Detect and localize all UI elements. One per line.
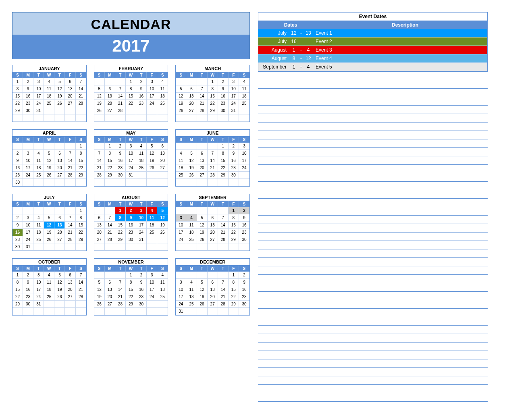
day-cell: 15 — [218, 157, 229, 164]
blank-row — [258, 232, 488, 241]
day-cell: 2 — [12, 214, 23, 222]
day-cell: 10 — [126, 150, 136, 157]
day-cell: 9 — [136, 279, 147, 286]
day-cell: 24 — [126, 164, 136, 172]
month-name: SEPTEMBER — [176, 194, 249, 201]
day-cell: 4 — [33, 214, 44, 222]
day-cell — [186, 143, 197, 150]
blank-row — [258, 317, 488, 326]
day-cell — [105, 78, 115, 85]
dow-cell: T — [218, 201, 229, 207]
blank-row — [258, 182, 488, 190]
day-cell: 25 — [176, 172, 186, 179]
day-cell: 24 — [147, 293, 157, 301]
dow-cell: F — [65, 201, 75, 207]
day-grid: 1234567891011121314151617181920212223242… — [94, 143, 168, 186]
day-cell: 24 — [176, 301, 186, 308]
day-cell: 30 — [229, 172, 239, 179]
day-cell — [208, 272, 218, 279]
day-cell: 8 — [208, 85, 218, 93]
dow-cell: M — [23, 137, 33, 143]
dow-cell: M — [105, 72, 115, 78]
dow-cell: S — [76, 266, 86, 272]
day-cell: 26 — [176, 107, 186, 114]
day-cell: 12 — [197, 286, 208, 293]
day-cell: 5 — [197, 214, 208, 222]
day-cell: 24 — [23, 172, 33, 179]
day-cell: 25 — [157, 293, 168, 301]
day-cell: 3 — [33, 78, 44, 85]
dow-cell: M — [186, 266, 197, 272]
day-cell: 16 — [136, 93, 147, 100]
months-grid: JANUARYSMTWTFS12345678910111213141516171… — [12, 65, 250, 316]
day-cell: 27 — [105, 107, 115, 114]
dow-cell: W — [208, 266, 218, 272]
day-cell: 22 — [229, 229, 239, 236]
month: NOVEMBERSMTWTFS1234567891011121314151617… — [94, 258, 168, 316]
day-cell — [176, 143, 186, 150]
day-cell — [126, 243, 136, 251]
day-cell — [176, 78, 186, 85]
blank-row — [258, 190, 488, 199]
day-cell: 21 — [197, 100, 208, 107]
calendar-left: CALENDAR 2017 JANUARYSMTWTFS123456789101… — [12, 12, 250, 410]
dow-cell: T — [197, 201, 208, 207]
month: APRILSMTWTFS1234567891011121314151617181… — [12, 129, 87, 187]
day-cell — [229, 114, 239, 122]
day-cell: 16 — [239, 286, 249, 293]
dow-cell: M — [186, 201, 197, 207]
day-cell — [105, 272, 115, 279]
day-cell: 8 — [229, 214, 239, 222]
day-cell: 7 — [208, 150, 218, 157]
day-cell: 28 — [218, 236, 229, 243]
dow-row: SMTWTFS — [176, 137, 249, 143]
day-cell: 6 — [208, 214, 218, 222]
dow-row: SMTWTFS — [94, 137, 168, 143]
day-cell: 27 — [186, 107, 197, 114]
day-cell — [23, 179, 33, 186]
day-cell — [176, 114, 186, 122]
day-cell: 30 — [218, 107, 229, 114]
day-cell: 31 — [33, 301, 44, 308]
day-grid: 1234567891011121314151617181920212223242… — [176, 207, 249, 251]
dow-cell: S — [157, 72, 168, 78]
day-cell — [157, 301, 168, 308]
day-cell: 8 — [12, 85, 23, 93]
day-cell: 19 — [157, 222, 168, 229]
day-cell — [105, 114, 115, 122]
day-cell: 12 — [176, 93, 186, 100]
day-cell: 28 — [76, 100, 86, 107]
day-cell: 13 — [105, 93, 115, 100]
day-cell: 25 — [44, 100, 54, 107]
day-cell — [157, 243, 168, 251]
event-row: September1-4Event 5 — [258, 63, 487, 71]
day-cell — [197, 78, 208, 85]
day-cell: 16 — [218, 93, 229, 100]
day-cell — [157, 172, 168, 179]
day-cell: 12 — [54, 279, 65, 286]
day-cell: 17 — [23, 229, 33, 236]
day-cell: 27 — [105, 301, 115, 308]
day-cell: 6 — [105, 85, 115, 93]
day-cell: 9 — [229, 150, 239, 157]
day-cell — [197, 179, 208, 186]
day-cell: 7 — [105, 214, 115, 222]
day-cell — [147, 243, 157, 251]
blank-row — [258, 122, 488, 131]
day-cell: 21 — [115, 293, 126, 301]
day-cell — [94, 143, 105, 150]
day-cell: 5 — [147, 143, 157, 150]
day-cell: 27 — [157, 164, 168, 172]
day-cell: 3 — [176, 279, 186, 286]
day-cell — [54, 243, 65, 251]
calendar-page: CALENDAR 2017 JANUARYSMTWTFS123456789101… — [12, 12, 520, 410]
month-name: MARCH — [176, 65, 249, 72]
day-cell: 11 — [176, 157, 186, 164]
day-cell: 26 — [197, 236, 208, 243]
day-cell: 6 — [65, 272, 75, 279]
day-cell: 18 — [157, 93, 168, 100]
event-sep: - — [299, 47, 303, 53]
dow-cell: W — [208, 72, 218, 78]
day-cell: 10 — [23, 222, 33, 229]
day-cell — [126, 308, 136, 315]
